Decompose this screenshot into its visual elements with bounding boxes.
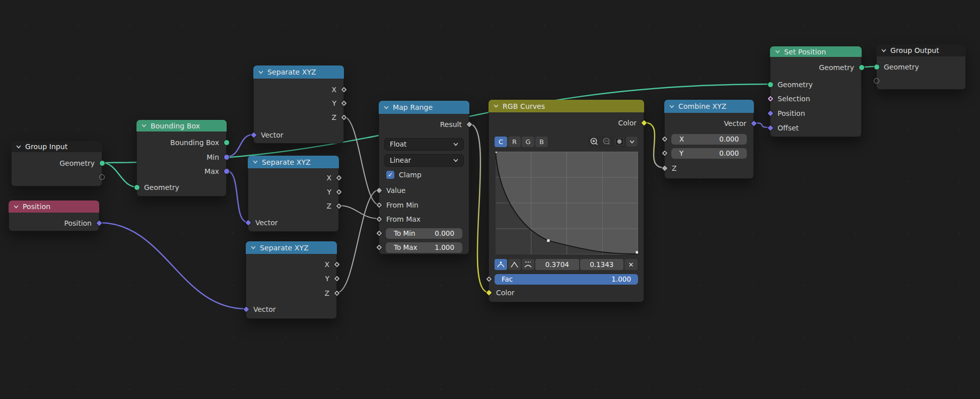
curve-point-y-field[interactable]: 0.1343 [580,259,624,270]
socket-row-z: Z [246,288,336,298]
socket-in-geometry[interactable] [874,64,880,70]
socket-label: X [326,174,331,182]
socket-label: Vector [255,219,278,227]
socket-row-vector: Vector [665,118,753,128]
dropdown-float[interactable]: Float [384,138,464,151]
socket-label: Geometry [819,63,854,72]
socket-out-extend[interactable] [99,174,105,180]
node-header-map-range[interactable]: Map Range [379,101,469,114]
socket-row-geometry: Geometry [12,158,102,168]
collapse-chevron-icon [494,104,499,108]
curve-tool-zoom-in-button[interactable] [588,137,600,147]
delete-point-button[interactable]: ✕ [624,259,638,270]
collapse-chevron-icon [881,49,886,52]
node-header-rgb-curves[interactable]: RGB Curves [488,100,644,112]
value-field-to-max[interactable]: To Max1.000 [386,242,462,253]
field-label: Y [679,149,683,157]
curve-tool-menu-button[interactable] [626,137,638,147]
node-combine-xyz[interactable]: Combine XYZVectorX0.000Y0.000Z [664,100,754,179]
node-header-separate-xyz-3[interactable]: Separate XYZ [246,241,337,254]
slider-fac[interactable]: Fac1.000 [495,274,638,285]
node-position[interactable]: PositionPosition [9,201,99,231]
value-field-x[interactable]: X0.000 [671,134,747,145]
socket-out-geometry[interactable] [99,160,105,166]
socket-row-x: X [254,85,343,95]
socket-label: From Min [386,201,418,209]
channel-button-c[interactable]: C [495,137,507,147]
handle-vector-button[interactable] [508,259,521,270]
wire-bounding-box-min-to-separate-xyz-1-vector[interactable] [227,135,253,157]
wire-rgb-curves-color-to-combine-xyz-z[interactable] [644,122,664,168]
socket-row-y: Y [248,187,338,197]
channel-button-g[interactable]: G [522,137,534,147]
collapse-chevron-icon [16,145,21,149]
channel-button-b[interactable]: B [535,137,548,147]
node-group-input[interactable]: Group InputGeometry [11,141,102,186]
channel-button-r[interactable]: R [508,137,521,147]
socket-label: Color [496,289,515,297]
node-editor-canvas[interactable]: Group InputGeometryPositionPositionBound… [0,0,980,399]
socket-label: Result [440,120,462,128]
curve-editor-widget[interactable] [496,152,638,254]
node-header-set-position[interactable]: Set Position [770,46,862,57]
node-header-position[interactable]: Position [9,201,99,213]
node-title: RGB Curves [503,102,545,110]
collapse-chevron-icon [775,50,780,53]
socket-label: Z [331,113,336,121]
socket-out-min[interactable] [224,154,230,160]
node-header-group-input[interactable]: Group Input [11,141,102,152]
socket-label: Bounding Box [170,139,219,147]
node-separate-xyz-3[interactable]: Separate XYZXYZVector [246,241,337,319]
node-group-output[interactable]: Group OutputGeometry [876,44,966,90]
node-header-bounding-box[interactable]: Bounding Box [136,120,227,131]
handle-smooth-button[interactable] [495,259,507,270]
curve-tools [588,136,638,147]
node-header-group-output[interactable]: Group Output [876,44,966,56]
node-separate-xyz-2[interactable]: Separate XYZXYZVector [248,156,339,232]
node-map-range[interactable]: Map RangeResultFloatLinear✓ClampValueFro… [379,101,469,254]
wire-separate-xyz-1-z-to-map-range-from-min[interactable] [344,117,379,205]
wire-group-input-geometry-to-bounding-box-geometry[interactable] [102,163,136,187]
wire-map-range-result-to-rgb-curves-color[interactable] [469,124,488,292]
socket-label: Vector [261,131,284,139]
node-header-separate-xyz-2[interactable]: Separate XYZ [248,156,339,168]
node-separate-xyz-1[interactable]: Separate XYZXYZVector [253,65,344,144]
checkbox-row-clamp: ✓Clamp [386,171,464,179]
socket-row-z: Z [248,201,338,211]
node-bounding-box[interactable]: Bounding BoxBounding BoxMinMaxGeometry [136,120,227,196]
curve-tool-levels-button[interactable] [613,137,625,147]
checkbox-clamp[interactable]: ✓ [386,171,394,179]
field-value: 0.000 [719,135,739,143]
socket-out-max[interactable] [224,168,230,174]
socket-row-color: Color [489,288,644,298]
socket-row-selection: Selection [771,94,861,104]
dropdown-linear[interactable]: Linear [384,154,464,167]
node-title: Map Range [393,103,433,111]
curve-point-x-field[interactable]: 0.3704 [535,259,579,270]
curve-tool-zoom-out-button[interactable] [601,137,612,147]
node-header-separate-xyz-1[interactable]: Separate XYZ [253,65,344,79]
value-field-to-min[interactable]: To Min0.000 [386,228,462,239]
field-label: X [679,135,684,143]
socket-row-vector: Vector [248,218,338,228]
node-set-position[interactable]: Set PositionGeometryGeometrySelectionPos… [770,46,862,137]
dropdown-value: Linear [390,156,411,164]
node-rgb-curves[interactable]: RGB CurvesColorCRGB0.37040.1343✕Fac1.000… [488,100,644,302]
socket-row-position: Position [771,108,861,118]
wire-bounding-box-max-to-separate-xyz-2-vector[interactable] [227,171,248,222]
socket-in-geometry[interactable] [134,184,140,190]
wire-separate-xyz-2-z-to-map-range-from-max[interactable] [339,206,379,219]
value-field-y[interactable]: Y0.000 [671,148,747,159]
wire-position-to-separate-xyz-3-vector[interactable] [99,223,246,309]
socket-out-bounding-box[interactable] [224,140,230,146]
curve-channels-toolbar: CRGB [495,137,638,147]
socket-label: Position [778,109,805,117]
node-header-combine-xyz[interactable]: Combine XYZ [664,100,754,113]
handle-auto-clamped-button[interactable] [522,259,534,270]
socket-row-value: Value [379,185,469,195]
socket-in-geometry[interactable] [767,82,774,88]
socket-out-geometry[interactable] [859,64,865,71]
collapse-chevron-icon [14,205,19,209]
socket-in-extend[interactable] [874,78,879,84]
socket-label: X [324,260,329,269]
